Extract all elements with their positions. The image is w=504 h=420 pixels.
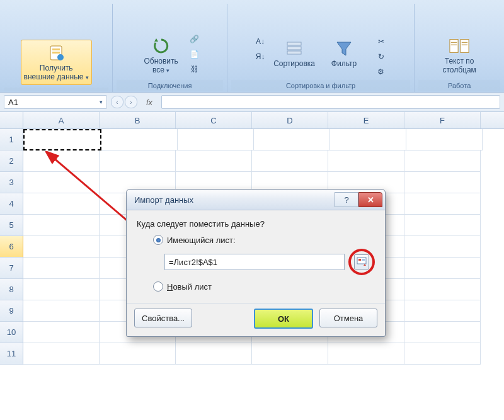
group-label-connections: Подключения: [117, 80, 222, 91]
cell[interactable]: [23, 343, 100, 365]
cell[interactable]: [176, 150, 252, 172]
cell[interactable]: [404, 343, 481, 365]
column-header[interactable]: D: [252, 112, 328, 128]
close-icon: ✕: [367, 195, 374, 205]
sort-asc-button[interactable]: A↓: [253, 36, 267, 47]
cell[interactable]: [178, 129, 254, 150]
cell[interactable]: [100, 150, 176, 172]
cell[interactable]: [328, 150, 404, 172]
nav-next-button[interactable]: ›: [125, 96, 137, 108]
row-header[interactable]: 8: [0, 279, 23, 300]
radio-new-label: Новый лист: [167, 282, 212, 292]
properties-item[interactable]: 📄: [188, 48, 202, 60]
connections-item[interactable]: 🔗: [188, 33, 202, 45]
ok-button[interactable]: ОК: [254, 309, 313, 329]
group-label-sort-filter: Сортировка и фильтр: [231, 80, 410, 91]
sort-desc-button[interactable]: Я↓: [253, 51, 267, 62]
range-picker-button[interactable]: [354, 254, 369, 270]
cell[interactable]: [23, 279, 100, 300]
row-header[interactable]: 4: [0, 193, 23, 215]
cell[interactable]: [404, 150, 481, 172]
edit-links-item[interactable]: ⛓: [188, 64, 202, 75]
dialog-titlebar[interactable]: Импорт данных ? ✕: [127, 190, 385, 210]
help-button[interactable]: ?: [335, 192, 358, 207]
cell[interactable]: [254, 129, 330, 150]
get-external-data-label-2: внешние данные ▾: [24, 73, 89, 82]
row-header[interactable]: 6: [0, 236, 23, 258]
row-header[interactable]: 3: [0, 172, 23, 193]
clear-filter-item[interactable]: ✂: [374, 36, 388, 47]
row-header[interactable]: 9: [0, 300, 23, 322]
cell[interactable]: [176, 343, 252, 365]
row-header[interactable]: 2: [0, 150, 23, 172]
row-header[interactable]: 10: [0, 322, 23, 343]
cell[interactable]: [404, 236, 481, 258]
cell[interactable]: [404, 322, 481, 343]
properties-button[interactable]: Свойства...: [134, 309, 192, 327]
link-icon: 🔗: [190, 34, 200, 44]
sort-button[interactable]: Сортировка: [271, 36, 318, 71]
cell[interactable]: [404, 172, 481, 193]
cell[interactable]: [328, 343, 404, 365]
column-header[interactable]: F: [404, 112, 481, 128]
svg-rect-9: [450, 40, 458, 53]
close-button[interactable]: ✕: [358, 192, 382, 207]
get-external-data-button[interactable]: Получить внешние данные ▾: [21, 40, 92, 85]
name-box[interactable]: A1 ▾: [4, 95, 107, 109]
cell[interactable]: [23, 258, 100, 279]
cancel-button[interactable]: Отмена: [319, 309, 377, 327]
fx-label[interactable]: fx: [141, 98, 158, 107]
row-header[interactable]: 5: [0, 215, 23, 236]
cell[interactable]: [23, 172, 100, 193]
chevron-down-icon[interactable]: ▾: [100, 99, 103, 105]
cell[interactable]: [23, 322, 100, 343]
reference-input[interactable]: =Лист2!$A$1: [164, 254, 345, 270]
cell[interactable]: [404, 300, 481, 322]
svg-rect-5: [287, 42, 301, 45]
select-all-corner[interactable]: [0, 112, 23, 128]
radio-existing-sheet[interactable]: Имеющийся лист:: [153, 235, 375, 245]
svg-rect-2: [52, 52, 60, 54]
cell[interactable]: [23, 215, 100, 236]
dialog-prompt: Куда следует поместить данные?: [137, 219, 375, 229]
column-header[interactable]: A: [23, 112, 100, 128]
cell[interactable]: [404, 258, 481, 279]
import-data-dialog: Импорт данных ? ✕ Куда следует поместить…: [126, 189, 386, 337]
cell[interactable]: [252, 343, 328, 365]
cell[interactable]: [23, 193, 100, 215]
text-to-columns-button[interactable]: Текст по столбцам: [437, 33, 482, 77]
cell[interactable]: [23, 236, 100, 258]
column-header[interactable]: B: [100, 112, 176, 128]
columns-icon: [449, 36, 469, 56]
dialog-title: Импорт данных: [134, 195, 193, 205]
cell[interactable]: [404, 193, 481, 215]
reference-value: =Лист2!$A$1: [169, 258, 217, 267]
cell[interactable]: [23, 300, 100, 322]
formula-input[interactable]: [161, 95, 500, 109]
ribbon-group-connections: Обновить все ▾ 🔗 📄 ⛓ Подключения: [113, 4, 227, 92]
help-icon: ?: [344, 195, 348, 205]
cell[interactable]: [23, 150, 100, 172]
column-header[interactable]: C: [176, 112, 252, 128]
reapply-filter-item[interactable]: ↻: [374, 51, 388, 62]
nav-prev-button[interactable]: ‹: [111, 96, 123, 108]
text-to-columns-label-1: Текст по: [445, 57, 474, 66]
refresh-all-button[interactable]: Обновить все ▾: [139, 33, 184, 77]
filter-button[interactable]: Фильтр: [321, 36, 367, 71]
text-to-columns-label-2: столбцам: [442, 66, 476, 75]
row-header[interactable]: 11: [0, 343, 23, 365]
column-header[interactable]: E: [328, 112, 404, 128]
cell[interactable]: [23, 129, 101, 150]
advanced-filter-item[interactable]: ⚙: [374, 66, 388, 77]
cell[interactable]: [252, 150, 328, 172]
row-header[interactable]: 1: [0, 129, 23, 150]
radio-new-sheet[interactable]: Новый лист: [153, 281, 375, 292]
cell[interactable]: [404, 215, 481, 236]
cell[interactable]: [406, 129, 483, 150]
cell[interactable]: [100, 343, 176, 365]
cell[interactable]: [101, 129, 178, 150]
cell[interactable]: [404, 279, 481, 300]
cell[interactable]: [330, 129, 406, 150]
row-header[interactable]: 7: [0, 258, 23, 279]
grid-row: 2: [0, 150, 504, 172]
